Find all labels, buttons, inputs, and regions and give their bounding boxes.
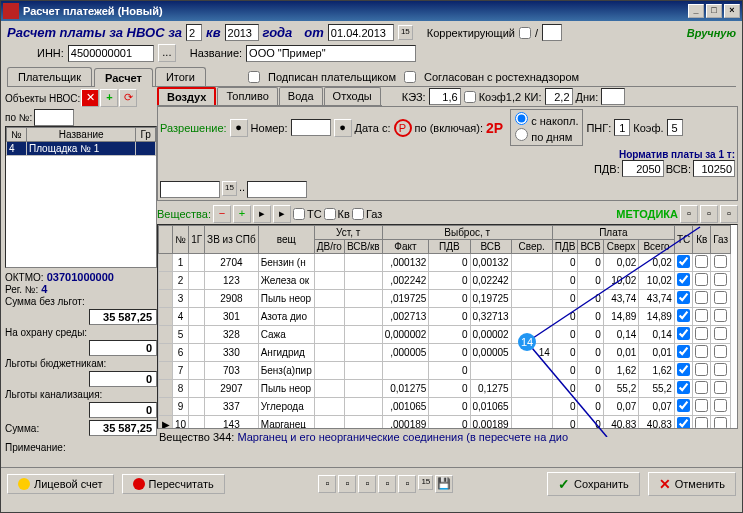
correcting-chk[interactable] — [519, 27, 531, 39]
objects-grid[interactable]: №НазваниеГр 4Площадка № 1 — [5, 126, 157, 268]
two-p: 2Р — [486, 120, 503, 136]
png-input[interactable] — [614, 119, 630, 136]
nomer-tool[interactable]: ● — [334, 119, 352, 137]
inn-lookup[interactable]: ... — [158, 44, 176, 62]
ki-input[interactable] — [545, 88, 573, 105]
cancel-btn[interactable]: ✕Отменить — [648, 472, 736, 496]
lgk-lbl: Льготы канализация: — [5, 389, 102, 400]
inn-input[interactable] — [68, 45, 154, 62]
vesh-e1[interactable]: ▫ — [680, 205, 698, 223]
quarter-input[interactable] — [186, 24, 202, 41]
grid-row[interactable]: 2123Железа ок,00224200,022420010,0210,02 — [159, 272, 731, 290]
dni-lbl: Дни: — [576, 91, 599, 103]
grid-row[interactable]: 9337Углерода,00106500,01065000,070,07 — [159, 398, 731, 416]
permit-extra2[interactable] — [247, 181, 307, 198]
vesh-e3[interactable]: ▫ — [720, 205, 738, 223]
grid-row[interactable]: 6330Ангидрид,00000500,0000514000,010,01 — [159, 344, 731, 362]
subtab-fuel[interactable]: Топливо — [217, 87, 277, 105]
datas-circle[interactable]: P — [394, 119, 412, 137]
pdv-input[interactable] — [622, 160, 664, 177]
grid-row[interactable]: 32908Пыль неор,01972500,197250043,7443,7… — [159, 290, 731, 308]
permit-extra1[interactable] — [160, 181, 220, 198]
lgb-lbl: Льготы бюджетникам: — [5, 358, 106, 369]
reg-lbl: Рег. №: — [5, 284, 38, 295]
koef12-chk[interactable] — [464, 91, 476, 103]
pdv-lbl: ПДВ: — [594, 163, 620, 175]
grid-row[interactable]: 12704Бензин (н,00013200,00132000,020,02 — [159, 254, 731, 272]
subtab-waste[interactable]: Отходы — [324, 87, 381, 105]
f-t4[interactable]: ▫ — [378, 475, 396, 493]
maximize-btn[interactable]: □ — [706, 4, 722, 18]
f-cal[interactable]: 15 — [418, 475, 433, 490]
obj-del-btn[interactable]: ✕ — [81, 89, 99, 107]
dni-input[interactable] — [601, 88, 625, 105]
lgb-val: 0 — [89, 371, 157, 387]
x-icon: ✕ — [659, 476, 671, 492]
grid-row[interactable]: ▶10143Марганец,00018900,001890040,8340,8… — [159, 416, 731, 430]
signed-chk[interactable] — [248, 71, 260, 83]
koef-input[interactable] — [667, 119, 683, 136]
year-input[interactable] — [225, 24, 259, 41]
tab-payer[interactable]: Плательщик — [7, 67, 92, 86]
sum-lbl: Сумма: — [5, 423, 39, 434]
save-btn[interactable]: ✓Сохранить — [547, 472, 640, 496]
razresh-lbl: Разрешение: — [160, 122, 227, 134]
minimize-btn[interactable]: _ — [688, 4, 704, 18]
substances-grid[interactable]: № 1Г ЗВ из СПб вещ Уст, т Выброс, т Плат… — [157, 224, 738, 429]
check-icon: ✓ — [558, 476, 570, 492]
sum-nl-val: 35 587,25 — [89, 309, 157, 325]
metodika-lbl: МЕТОДИКА — [616, 208, 678, 220]
f-t2[interactable]: ▫ — [338, 475, 356, 493]
subtab-water[interactable]: Вода — [279, 87, 323, 105]
object-row[interactable]: 4Площадка № 1 — [7, 142, 156, 156]
grid-row[interactable]: 7703Бенз(а)пир0001,621,62 — [159, 362, 731, 380]
f-t3[interactable]: ▫ — [358, 475, 376, 493]
datas-lbl: Дата с: — [355, 122, 391, 134]
note-lbl: Примечание: — [5, 442, 66, 453]
subtab-air[interactable]: Воздух — [157, 87, 216, 105]
radio-nakopl[interactable] — [515, 112, 528, 125]
grid-row[interactable]: 82907Пыль неор0,0127500,12750055,255,2 — [159, 380, 731, 398]
vesh-add[interactable]: + — [233, 205, 251, 223]
obj-refresh-btn[interactable]: ⟳ — [119, 89, 137, 107]
f-save-icon[interactable]: 💾 — [435, 475, 453, 493]
oktmo-lbl: ОКТМО: — [5, 272, 44, 283]
flt-tc[interactable] — [293, 208, 305, 220]
recalc-icon — [133, 478, 145, 490]
permit-tool[interactable]: ● — [230, 119, 248, 137]
nomer-lbl: Номер: — [251, 122, 288, 134]
vesh-t2[interactable]: ▸ — [273, 205, 291, 223]
close-btn[interactable]: × — [724, 4, 740, 18]
radio-dnyam[interactable] — [515, 128, 528, 141]
flt-gaz[interactable] — [352, 208, 364, 220]
agreed-chk[interactable] — [404, 71, 416, 83]
recalc-btn[interactable]: Пересчитать — [122, 474, 225, 494]
f-t5[interactable]: ▫ — [398, 475, 416, 493]
sum-nl-lbl: Сумма без льгот: — [5, 296, 85, 307]
grid-row[interactable]: 4301Азота дио,00271300,327130014,8914,89 — [159, 308, 731, 326]
nomer-input[interactable] — [291, 119, 331, 136]
name-input[interactable] — [246, 45, 416, 62]
vesh-t1[interactable]: ▸ — [253, 205, 271, 223]
correcting-num[interactable] — [542, 24, 562, 41]
kez-input[interactable] — [429, 88, 461, 105]
header-label: Расчет платы за НВОС за — [7, 25, 182, 40]
name-lbl: Название: — [190, 47, 242, 59]
tab-totals[interactable]: Итоги — [155, 67, 206, 86]
footer-vesh-lbl: Вещество 344: — [159, 431, 234, 443]
tab-calc[interactable]: Расчет — [94, 68, 153, 87]
vesh-del[interactable]: − — [213, 205, 231, 223]
f-t1[interactable]: ▫ — [318, 475, 336, 493]
po-no-input[interactable] — [34, 109, 74, 126]
grid-row[interactable]: 5328Сажа0,00000200,00002000,140,14 — [159, 326, 731, 344]
permit-cal1[interactable]: 15 — [222, 181, 237, 196]
obj-add-btn[interactable]: + — [100, 89, 118, 107]
vsv-input[interactable] — [693, 160, 735, 177]
flt-kv[interactable] — [324, 208, 336, 220]
date-picker-btn[interactable]: 15 — [398, 25, 413, 40]
account-btn[interactable]: Лицевой счет — [7, 474, 114, 494]
date-input[interactable] — [328, 24, 394, 41]
sum-val: 35 587,25 — [89, 420, 157, 436]
vesh-e2[interactable]: ▫ — [700, 205, 718, 223]
window-title: Расчет платежей (Новый) — [23, 5, 163, 17]
